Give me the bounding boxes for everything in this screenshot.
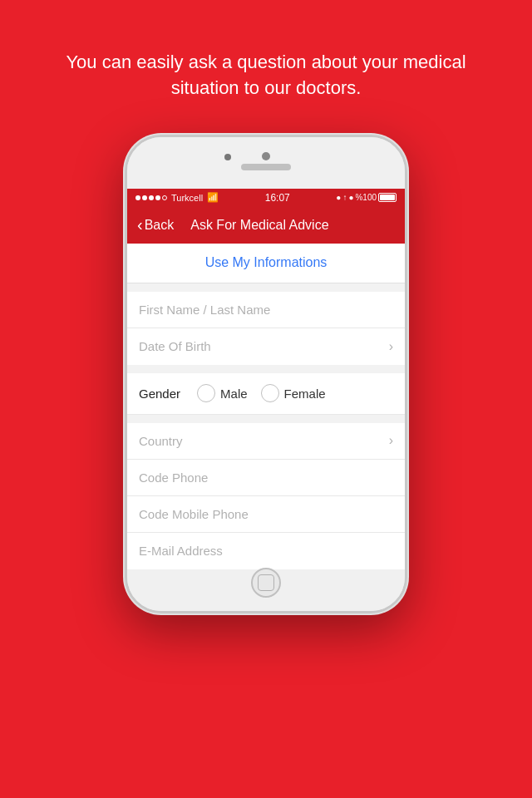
signal-dot-1	[135, 195, 140, 200]
navigation-bar: ‹ Back Ask For Medical Advice	[127, 207, 405, 244]
contact-info-section: Country › Code Phone Code Mobile Phone E…	[127, 423, 405, 569]
use-my-informations-button[interactable]: Use My Informations	[127, 244, 405, 283]
back-label: Back	[145, 218, 175, 233]
phone-field[interactable]: Code Phone	[127, 460, 405, 496]
gender-label: Gender	[139, 387, 180, 401]
battery-indicator	[378, 193, 397, 202]
battery-percent: %100	[355, 193, 377, 202]
personal-info-section: First Name / Last Name Date Of Birth ›	[127, 292, 405, 365]
status-left: Turkcell 📶	[135, 192, 219, 203]
earpiece-speaker	[241, 164, 291, 170]
male-radio-circle	[197, 384, 215, 402]
home-button[interactable]	[251, 568, 281, 598]
lock-icon: ●	[348, 193, 353, 202]
female-radio-circle	[261, 384, 279, 402]
date-of-birth-placeholder: Date Of Birth	[139, 339, 211, 353]
phone-frame: Turkcell 📶 16:07 ● ↑ ● %100 ‹	[125, 135, 407, 613]
mobile-phone-placeholder: Code Mobile Phone	[139, 507, 249, 521]
page-title: Ask For Medical Advice	[190, 218, 328, 233]
front-camera-icon	[224, 154, 231, 160]
phone-placeholder: Code Phone	[139, 470, 208, 485]
email-field[interactable]: E-Mail Address	[127, 533, 405, 569]
country-chevron-icon: ›	[389, 433, 393, 448]
female-radio-option[interactable]: Female	[261, 384, 326, 402]
signal-bars	[135, 195, 167, 200]
first-last-name-field[interactable]: First Name / Last Name	[127, 292, 405, 328]
gender-field[interactable]: Gender Male Female	[127, 373, 405, 415]
signal-dot-3	[149, 195, 154, 200]
signal-dot-5	[162, 195, 167, 200]
female-radio-label: Female	[284, 387, 326, 401]
country-placeholder: Country	[139, 434, 183, 448]
status-time: 16:07	[265, 192, 290, 204]
hero-text: You can easily ask a question about your…	[0, 0, 532, 126]
home-button-inner	[258, 574, 274, 591]
carrier-name: Turkcell	[171, 193, 203, 203]
date-of-birth-field[interactable]: Date Of Birth ›	[127, 328, 405, 365]
mobile-phone-field[interactable]: Code Mobile Phone	[127, 496, 405, 533]
back-button[interactable]: ‹ Back	[137, 216, 174, 234]
proximity-sensor	[262, 152, 270, 160]
back-chevron-icon: ‹	[137, 215, 143, 234]
gender-section: Gender Male Female	[127, 373, 405, 415]
phone-bottom-bar	[127, 569, 405, 611]
wifi-icon: 📶	[207, 192, 219, 203]
country-field[interactable]: Country ›	[127, 423, 405, 460]
status-right: ● ↑ ● %100	[336, 193, 397, 202]
signal-dot-2	[142, 195, 147, 200]
phone-top-bar	[127, 137, 405, 189]
use-my-informations-label: Use My Informations	[205, 255, 328, 270]
signal-dot-4	[155, 195, 160, 200]
status-bar: Turkcell 📶 16:07 ● ↑ ● %100	[127, 189, 405, 207]
form-area: Use My Informations First Name / Last Na…	[127, 244, 405, 569]
male-radio-label: Male	[220, 387, 248, 401]
location-icon: ●	[336, 193, 341, 202]
arrow-icon: ↑	[342, 193, 347, 202]
first-last-name-placeholder: First Name / Last Name	[139, 303, 270, 317]
date-of-birth-chevron-icon: ›	[389, 339, 393, 354]
battery-fill	[380, 195, 395, 200]
male-radio-option[interactable]: Male	[197, 384, 248, 402]
email-placeholder: E-Mail Address	[139, 544, 223, 558]
